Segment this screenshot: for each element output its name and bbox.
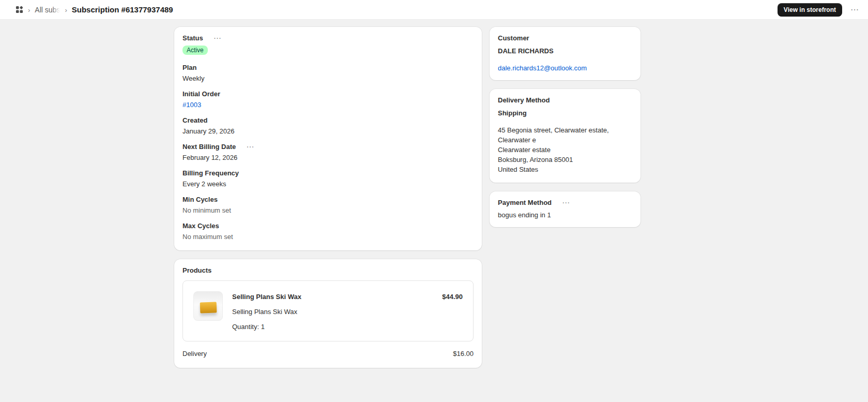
initial-order-label: Initial Order (182, 90, 474, 98)
delivery-method-name: Shipping (498, 109, 632, 117)
min-cycles-value: No minimum set (182, 206, 474, 215)
product-info: Selling Plans Ski Wax $44.90 Selling Pla… (232, 291, 463, 331)
max-cycles-field: Max Cycles No maximum set (182, 222, 474, 241)
payment-method-card: Payment Method ⋯ bogus ending in 1 (490, 191, 641, 227)
created-value: January 29, 2026 (182, 127, 474, 136)
view-in-storefront-button[interactable]: View in storefront (778, 3, 842, 17)
right-column: Customer DALE RICHARDS dale.richards12@o… (490, 27, 641, 236)
customer-title: Customer (498, 34, 632, 42)
page-title: Subscription #61377937489 (72, 5, 173, 14)
initial-order-field: Initial Order #1003 (182, 90, 474, 109)
top-bar: › All subs › Subscription #61377937489 V… (0, 0, 868, 20)
plan-label: Plan (182, 64, 474, 71)
payment-method-title: Payment Method (498, 199, 552, 206)
delivery-method-title: Delivery Method (498, 96, 632, 104)
left-column: Status ⋯ Active Plan Weekly Initial Orde… (174, 27, 482, 377)
created-label: Created (182, 116, 474, 124)
product-row: Selling Plans Ski Wax $44.90 Selling Pla… (182, 280, 474, 341)
billing-frequency-value: Every 2 weeks (182, 180, 474, 188)
customer-card: Customer DALE RICHARDS dale.richards12@o… (490, 27, 641, 80)
delivery-method-card: Delivery Method Shipping 45 Begonia stre… (490, 89, 641, 183)
delivery-label: Delivery (182, 350, 207, 358)
status-card: Status ⋯ Active Plan Weekly Initial Orde… (174, 27, 482, 250)
customer-name: DALE RICHARDS (498, 47, 632, 55)
billing-frequency-field: Billing Frequency Every 2 weeks (182, 169, 474, 188)
address-line: 45 Begonia street, Clearwater estate, Cl… (498, 125, 632, 145)
next-billing-more-button[interactable]: ⋯ (245, 143, 255, 151)
breadcrumb-all-subscriptions[interactable]: All subs (35, 6, 60, 14)
created-field: Created January 29, 2026 (182, 116, 474, 136)
max-cycles-label: Max Cycles (182, 222, 474, 230)
product-price: $44.90 (442, 293, 463, 301)
main-content: Status ⋯ Active Plan Weekly Initial Orde… (174, 27, 641, 377)
payment-more-button[interactable]: ⋯ (561, 199, 571, 206)
min-cycles-field: Min Cycles No minimum set (182, 196, 474, 215)
apps-grid-icon[interactable] (16, 6, 23, 13)
products-title: Products (182, 266, 474, 274)
plan-value: Weekly (182, 75, 474, 83)
payment-method-value: bogus ending in 1 (498, 211, 632, 219)
plan-field: Plan Weekly (182, 64, 474, 83)
product-image (193, 291, 223, 321)
address-line: Clearwater estate (498, 145, 632, 155)
next-billing-label: Next Billing Date (182, 143, 236, 151)
delivery-price: $16.00 (453, 350, 474, 358)
max-cycles-value: No maximum set (182, 233, 474, 241)
address-line: United States (498, 165, 632, 174)
next-billing-value: February 12, 2026 (182, 154, 474, 162)
status-badge: Active (182, 46, 208, 55)
chevron-right-icon: › (28, 6, 30, 13)
status-more-button[interactable]: ⋯ (212, 34, 222, 42)
delivery-line: Delivery $16.00 (182, 350, 474, 360)
shipping-address: 45 Begonia street, Clearwater estate, Cl… (498, 125, 632, 174)
ski-wax-photo (200, 302, 217, 313)
header-more-button[interactable]: ⋯ (849, 6, 860, 14)
status-label: Status (182, 34, 203, 42)
next-billing-field: Next Billing Date ⋯ February 12, 2026 (182, 143, 474, 162)
customer-email-link[interactable]: dale.richards12@outlook.com (498, 64, 587, 72)
products-card: Products Selling Plans Ski Wax $44.90 Se… (174, 259, 482, 368)
chevron-right-icon: › (65, 6, 67, 13)
product-name: Selling Plans Ski Wax (232, 293, 301, 301)
product-quantity: Quantity: 1 (232, 323, 463, 331)
billing-frequency-label: Billing Frequency (182, 169, 474, 177)
product-variant: Selling Plans Ski Wax (232, 308, 463, 316)
address-line: Boksburg, Arizona 85001 (498, 155, 632, 165)
min-cycles-label: Min Cycles (182, 196, 474, 203)
initial-order-link[interactable]: #1003 (182, 101, 201, 109)
